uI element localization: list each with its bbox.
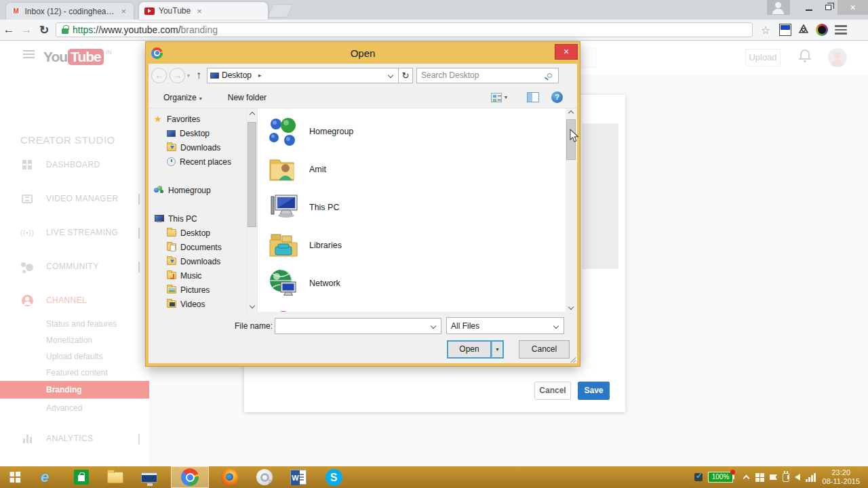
- url-text: https://www.youtube.com/branding: [73, 24, 218, 35]
- new-tab-button[interactable]: [267, 4, 293, 18]
- windows-tray-icon[interactable]: [755, 473, 764, 482]
- tree-item-this-pc[interactable]: This PC: [149, 211, 246, 226]
- battery-indicator[interactable]: 100%: [708, 472, 733, 483]
- lenovo-app-icon[interactable]: [134, 466, 164, 488]
- breadcrumb-arrow-icon[interactable]: ▸: [258, 72, 389, 79]
- tab-gmail[interactable]: M Inbox (12) - codingheaven ×: [5, 2, 134, 20]
- chrome-taskbar-icon[interactable]: [171, 466, 209, 488]
- windows-store-icon[interactable]: [66, 466, 96, 488]
- resize-grip[interactable]: [570, 357, 576, 363]
- tab-title: Inbox (12) - codingheaven: [24, 7, 115, 16]
- tab-youtube[interactable]: YouTube ×: [139, 2, 268, 20]
- scroll-down-icon[interactable]: [568, 304, 573, 310]
- close-button[interactable]: ×: [837, 0, 868, 15]
- address-bar[interactable]: https://www.youtube.com/branding: [56, 22, 753, 37]
- profile-icon[interactable]: [767, 0, 790, 15]
- open-split-caret-icon[interactable]: ▼: [492, 340, 504, 359]
- help-icon[interactable]: ?: [551, 92, 563, 103]
- bookmark-star-icon[interactable]: ☆: [758, 24, 773, 37]
- tab-close-icon[interactable]: ×: [195, 6, 204, 16]
- desktop-folder-icon: [167, 229, 176, 237]
- reload-icon[interactable]: ↻: [35, 23, 53, 37]
- dialog-close-button[interactable]: ×: [555, 44, 578, 60]
- extension-icon-1[interactable]: [779, 24, 791, 36]
- file-item-libraries[interactable]: Libraries: [267, 226, 566, 264]
- nav-back-icon[interactable]: ←: [151, 68, 167, 83]
- tree-item-homegroup[interactable]: Homegroup: [149, 183, 246, 197]
- minimize-button[interactable]: [800, 0, 818, 15]
- user-folder-icon: [267, 153, 300, 186]
- organize-button[interactable]: Organize▾: [163, 93, 202, 102]
- tree-item-pc-documents[interactable]: Documents: [149, 240, 246, 254]
- hidden-icons-chevron-icon[interactable]: [743, 475, 750, 482]
- taskbar-clock[interactable]: 23:20 08-11-2015: [823, 468, 860, 486]
- tree-item-pc-music[interactable]: Music: [149, 268, 246, 283]
- file-explorer-icon[interactable]: [100, 466, 130, 488]
- nav-up-icon[interactable]: ↑: [196, 69, 201, 81]
- preview-pane-icon[interactable]: [527, 92, 539, 102]
- scroll-up-icon[interactable]: [568, 110, 573, 116]
- tree-item-pc-downloads[interactable]: Downloads: [149, 254, 246, 268]
- restore-button[interactable]: [818, 0, 837, 15]
- skype-icon[interactable]: S: [319, 466, 349, 488]
- new-folder-button[interactable]: New folder: [228, 93, 267, 102]
- browser-tab-strip: M Inbox (12) - codingheaven × YouTube × …: [0, 0, 868, 20]
- tree-item-pc-pictures[interactable]: Pictures: [149, 283, 246, 297]
- chevron-down-icon: [553, 323, 559, 328]
- tree-item-downloads[interactable]: Downloads: [149, 140, 246, 155]
- o2-app-icon[interactable]: [250, 466, 279, 488]
- change-view-button[interactable]: ▾: [491, 93, 507, 102]
- action-center-flag-icon[interactable]: [770, 474, 777, 480]
- tree-item-pc-desktop[interactable]: Desktop: [149, 226, 246, 240]
- refresh-icon[interactable]: ↻: [399, 68, 413, 83]
- address-dropdown-icon[interactable]: [388, 73, 393, 78]
- modal-cancel-button[interactable]: Cancel: [534, 382, 571, 400]
- tree-item-recent-places[interactable]: Recent places: [149, 155, 246, 169]
- file-type-select[interactable]: All Files: [446, 317, 564, 334]
- tree-item-desktop[interactable]: Desktop: [149, 126, 246, 140]
- scroll-up-icon[interactable]: [249, 112, 254, 117]
- file-name-input[interactable]: [275, 321, 431, 331]
- chrome-menu-icon[interactable]: [835, 29, 850, 31]
- firefox-icon[interactable]: [214, 466, 244, 488]
- modal-save-button[interactable]: Save: [578, 382, 610, 400]
- dialog-titlebar[interactable]: Open ×: [146, 42, 580, 64]
- safely-remove-icon[interactable]: [694, 473, 703, 481]
- back-icon[interactable]: ←: [0, 23, 18, 37]
- pictures-folder-icon: [167, 286, 176, 293]
- volume-icon[interactable]: [795, 474, 800, 481]
- file-item-homegroup[interactable]: Homegroup: [267, 113, 566, 150]
- homegroup-icon: [154, 186, 164, 195]
- file-item-amit[interactable]: Amit: [267, 150, 566, 188]
- tab-close-icon[interactable]: ×: [119, 6, 128, 16]
- tree-scrollbar[interactable]: [246, 108, 257, 312]
- camera-extension-icon[interactable]: [816, 24, 828, 36]
- file-item-network[interactable]: Network: [267, 264, 566, 302]
- recent-places-icon: [167, 157, 176, 166]
- recycle-extension-icon[interactable]: [797, 24, 810, 36]
- word-icon[interactable]: [283, 466, 313, 488]
- music-folder-icon: [167, 272, 176, 279]
- tree-scrollbar-thumb[interactable]: [248, 122, 256, 227]
- dialog-search-box[interactable]: [416, 68, 559, 83]
- start-button[interactable]: [0, 466, 30, 488]
- dialog-footer: File name: All Files Open ▼ Cancel: [149, 312, 577, 363]
- system-tray: 100% 23:20 08-11-2015: [694, 466, 868, 488]
- clock-date: 08-11-2015: [823, 477, 860, 486]
- scroll-down-icon[interactable]: [249, 303, 254, 308]
- search-input[interactable]: [417, 70, 547, 80]
- breadcrumb[interactable]: Desktop ▸: [207, 68, 399, 83]
- file-item-this-pc[interactable]: This PC: [267, 188, 566, 226]
- nav-history-caret-icon[interactable]: ▾: [187, 73, 190, 79]
- tree-item-favorites[interactable]: ★Favorites: [149, 112, 246, 126]
- network-signal-icon[interactable]: [806, 473, 816, 482]
- nav-forward-icon[interactable]: →: [170, 68, 185, 83]
- internet-explorer-icon[interactable]: e: [30, 466, 60, 488]
- file-name-combobox[interactable]: [275, 318, 441, 334]
- open-button[interactable]: Open: [447, 340, 492, 359]
- tree-item-pc-videos[interactable]: Videos: [149, 297, 246, 311]
- file-item-ccleaner[interactable]: CCleaner: [267, 302, 566, 312]
- dialog-cancel-button[interactable]: Cancel: [519, 340, 570, 359]
- image-preview-placeholder: [582, 123, 618, 269]
- chevron-down-icon[interactable]: [431, 323, 436, 329]
